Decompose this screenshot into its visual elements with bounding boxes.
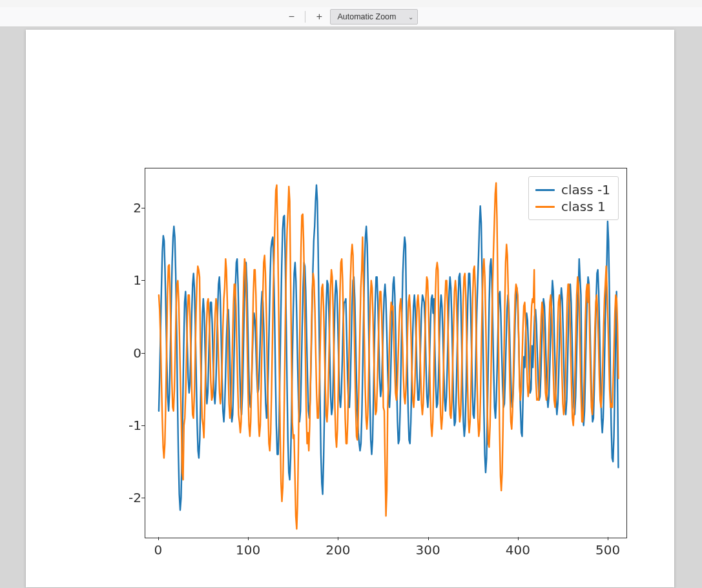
zoom-mode-select[interactable]: Automatic Zoom ⌄ [330,9,417,25]
pdf-viewer: − + Automatic Zoom ⌄ -2 -1 0 1 2 [0,0,702,588]
legend-entry: class 1 [535,198,610,215]
x-tick [428,537,429,540]
zoom-out-button[interactable]: − [284,10,298,24]
chart-legend: class -1 class 1 [528,176,619,220]
zoom-in-button[interactable]: + [312,10,326,24]
zoom-controls: − + Automatic Zoom ⌄ [284,9,417,25]
document-page: -2 -1 0 1 2 class -1 [26,30,674,587]
x-tick-label: 400 [506,542,530,558]
x-tick-label: 100 [236,542,260,558]
y-tick-label: -1 [116,418,141,433]
x-tick-label: 500 [595,542,620,558]
legend-swatch [535,206,555,208]
legend-entry: class -1 [535,181,610,198]
toolbar-separator [305,11,305,23]
line-chart: -2 -1 0 1 2 class -1 [116,168,626,581]
x-tick-label: 200 [325,542,350,558]
x-tick [248,537,249,540]
page-area[interactable]: -2 -1 0 1 2 class -1 [0,27,702,588]
legend-label: class -1 [561,181,610,198]
legend-label: class 1 [561,198,606,215]
chevron-down-icon: ⌄ [408,14,413,21]
x-tick [338,537,338,540]
viewer-toolbar: − + Automatic Zoom ⌄ [0,7,702,27]
x-tick [518,537,519,540]
x-tick [158,537,159,540]
y-tick-label: 1 [116,272,141,288]
y-tick-label: 2 [116,200,141,216]
legend-swatch [535,189,555,191]
y-tick-label: -2 [116,490,141,505]
plot-svg [145,168,626,538]
x-tick [608,537,608,540]
zoom-mode-label: Automatic Zoom [337,12,396,21]
plot-area: class -1 class 1 [145,168,627,538]
x-tick-label: 0 [154,542,163,558]
y-tick-label: 0 [116,345,141,361]
x-tick-label: 300 [416,542,440,558]
